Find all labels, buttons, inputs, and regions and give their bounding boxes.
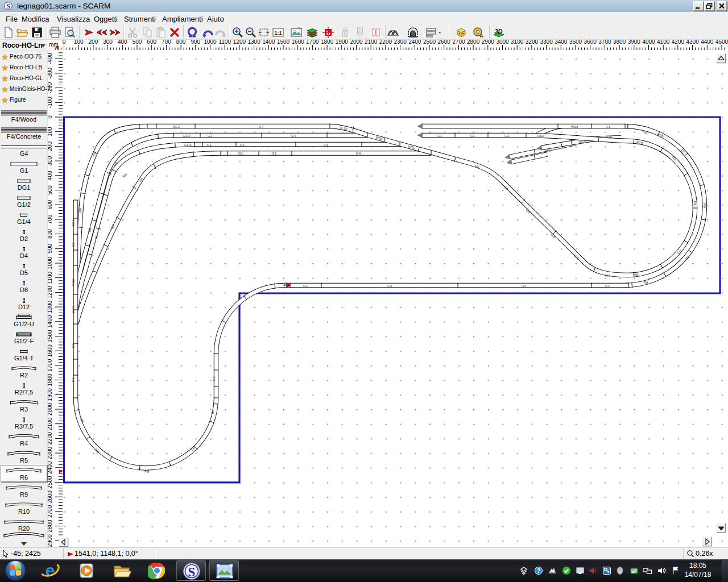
svg-text:e: e [46, 561, 55, 580]
svg-text:?: ? [537, 568, 540, 574]
svg-text:G1: G1 [605, 284, 610, 288]
svg-text:G1: G1 [71, 343, 75, 348]
svg-text:G1: G1 [303, 284, 308, 288]
svg-text:R4: R4 [605, 273, 610, 278]
svg-text:3D: 3D [494, 28, 502, 35]
svg-text:R4: R4 [144, 469, 149, 473]
svg-text:W1a: W1a [571, 124, 578, 128]
svg-text:S: S [6, 2, 10, 10]
svg-text:h: h [344, 31, 346, 37]
svg-text:G1: G1 [208, 134, 213, 138]
svg-text:DG1: DG1 [173, 124, 180, 128]
svg-text:W10: W10 [71, 306, 75, 313]
svg-text:G1: G1 [238, 151, 243, 155]
svg-text:R10: R10 [605, 135, 613, 139]
svg-text:1:1: 1:1 [274, 30, 282, 36]
svg-text:G1: G1 [504, 134, 510, 138]
svg-text:G1: G1 [71, 377, 75, 382]
svg-text:W10: W10 [71, 278, 75, 286]
svg-text:G1: G1 [240, 143, 245, 147]
svg-text:R10: R10 [537, 134, 544, 138]
svg-text:G4: G4 [324, 143, 329, 147]
svg-text:R4: R4 [693, 201, 697, 206]
svg-text:G1: G1 [272, 151, 277, 155]
svg-text:G1: G1 [437, 134, 442, 138]
svg-text:G4: G4 [291, 134, 296, 138]
svg-text:G4: G4 [387, 284, 392, 288]
svg-text:G4: G4 [522, 284, 527, 288]
svg-text:G1: G1 [470, 134, 475, 138]
svg-text:G1: G1 [606, 124, 611, 128]
svg-text:G4: G4 [356, 151, 361, 155]
svg-text:R9: R9 [703, 203, 707, 208]
svg-text:G4: G4 [259, 124, 264, 128]
svg-text:G1: G1 [71, 242, 75, 247]
svg-text:R9: R9 [78, 207, 82, 213]
svg-text:G1/4: G1/4 [184, 143, 192, 147]
svg-text:G1/2: G1/2 [183, 134, 191, 138]
svg-text:I: I [375, 30, 377, 36]
svg-text:h: h [358, 28, 361, 34]
svg-text:G1: G1 [212, 376, 216, 381]
svg-text:G1: G1 [207, 143, 212, 147]
svg-text:S: S [188, 565, 196, 579]
svg-text:DG1: DG1 [71, 219, 75, 226]
